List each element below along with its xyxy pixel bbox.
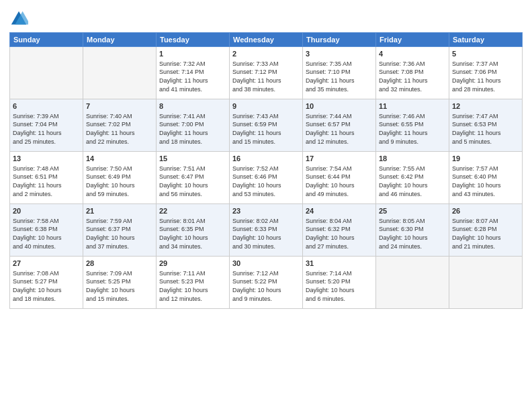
day-info: Sunrise: 7:41 AM Sunset: 7:00 PM Dayligh… <box>159 112 226 146</box>
day-number: 26 <box>452 206 519 216</box>
day-info: Sunrise: 7:48 AM Sunset: 6:51 PM Dayligh… <box>13 165 80 198</box>
day-number: 11 <box>379 101 446 111</box>
day-number: 28 <box>86 259 153 269</box>
day-cell: 26Sunrise: 8:07 AM Sunset: 6:28 PM Dayli… <box>449 204 523 257</box>
day-info: Sunrise: 7:55 AM Sunset: 6:42 PM Dayligh… <box>379 165 446 198</box>
day-number: 16 <box>232 154 300 164</box>
day-cell: 11Sunrise: 7:46 AM Sunset: 6:55 PM Dayli… <box>376 99 449 152</box>
day-info: Sunrise: 7:08 AM Sunset: 5:27 PM Dayligh… <box>13 269 80 303</box>
header <box>9 7 523 28</box>
day-number: 2 <box>232 49 300 59</box>
weekday-header-friday: Friday <box>376 33 449 47</box>
day-cell: 27Sunrise: 7:08 AM Sunset: 5:27 PM Dayli… <box>10 257 83 309</box>
day-cell: 28Sunrise: 7:09 AM Sunset: 5:25 PM Dayli… <box>83 257 157 309</box>
page: SundayMondayTuesdayWednesdayThursdayFrid… <box>0 0 532 411</box>
day-info: Sunrise: 7:58 AM Sunset: 6:38 PM Dayligh… <box>13 217 80 250</box>
day-cell: 12Sunrise: 7:47 AM Sunset: 6:53 PM Dayli… <box>449 99 523 152</box>
weekday-header-saturday: Saturday <box>449 33 523 47</box>
day-number: 25 <box>379 206 446 216</box>
day-cell: 17Sunrise: 7:54 AM Sunset: 6:44 PM Dayli… <box>303 152 376 204</box>
day-info: Sunrise: 8:01 AM Sunset: 6:35 PM Dayligh… <box>159 217 226 250</box>
day-info: Sunrise: 7:57 AM Sunset: 6:40 PM Dayligh… <box>452 165 519 198</box>
day-number: 7 <box>86 101 153 111</box>
week-row-4: 20Sunrise: 7:58 AM Sunset: 6:38 PM Dayli… <box>10 204 523 257</box>
day-info: Sunrise: 7:51 AM Sunset: 6:47 PM Dayligh… <box>159 165 226 198</box>
day-cell: 30Sunrise: 7:12 AM Sunset: 5:22 PM Dayli… <box>230 257 303 309</box>
day-cell: 15Sunrise: 7:51 AM Sunset: 6:47 PM Dayli… <box>157 152 230 204</box>
weekday-header-wednesday: Wednesday <box>230 33 303 47</box>
day-info: Sunrise: 7:44 AM Sunset: 6:57 PM Dayligh… <box>306 112 373 146</box>
day-number: 14 <box>86 154 153 164</box>
week-row-5: 27Sunrise: 7:08 AM Sunset: 5:27 PM Dayli… <box>10 257 523 309</box>
logo-icon <box>9 9 28 28</box>
day-number: 18 <box>379 154 446 164</box>
day-number: 8 <box>159 101 226 111</box>
day-cell: 1Sunrise: 7:32 AM Sunset: 7:14 PM Daylig… <box>157 47 230 99</box>
day-cell: 7Sunrise: 7:40 AM Sunset: 7:02 PM Daylig… <box>83 99 157 152</box>
day-info: Sunrise: 7:40 AM Sunset: 7:02 PM Dayligh… <box>86 112 153 146</box>
weekday-header-tuesday: Tuesday <box>157 33 230 47</box>
day-cell: 3Sunrise: 7:35 AM Sunset: 7:10 PM Daylig… <box>303 47 376 99</box>
day-info: Sunrise: 7:54 AM Sunset: 6:44 PM Dayligh… <box>306 165 373 198</box>
day-info: Sunrise: 7:11 AM Sunset: 5:23 PM Dayligh… <box>159 269 226 303</box>
day-info: Sunrise: 8:04 AM Sunset: 6:32 PM Dayligh… <box>306 217 373 250</box>
day-number: 29 <box>159 259 226 269</box>
day-info: Sunrise: 7:43 AM Sunset: 6:59 PM Dayligh… <box>232 112 300 146</box>
day-cell: 14Sunrise: 7:50 AM Sunset: 6:49 PM Dayli… <box>83 152 157 204</box>
weekday-row: SundayMondayTuesdayWednesdayThursdayFrid… <box>10 33 523 47</box>
day-cell: 29Sunrise: 7:11 AM Sunset: 5:23 PM Dayli… <box>157 257 230 309</box>
calendar: SundayMondayTuesdayWednesdayThursdayFrid… <box>9 32 523 309</box>
day-info: Sunrise: 7:09 AM Sunset: 5:25 PM Dayligh… <box>86 269 153 303</box>
day-cell: 25Sunrise: 8:05 AM Sunset: 6:30 PM Dayli… <box>376 204 449 257</box>
week-row-2: 6Sunrise: 7:39 AM Sunset: 7:04 PM Daylig… <box>10 99 523 152</box>
day-info: Sunrise: 7:14 AM Sunset: 5:20 PM Dayligh… <box>306 269 373 303</box>
day-number: 4 <box>379 49 446 59</box>
day-info: Sunrise: 7:12 AM Sunset: 5:22 PM Dayligh… <box>232 269 300 303</box>
day-info: Sunrise: 7:33 AM Sunset: 7:12 PM Dayligh… <box>232 60 300 93</box>
day-number: 15 <box>159 154 226 164</box>
weekday-header-monday: Monday <box>83 33 157 47</box>
day-info: Sunrise: 7:35 AM Sunset: 7:10 PM Dayligh… <box>306 60 373 93</box>
day-cell <box>83 47 157 99</box>
day-number: 5 <box>452 49 519 59</box>
week-row-3: 13Sunrise: 7:48 AM Sunset: 6:51 PM Dayli… <box>10 152 523 204</box>
day-info: Sunrise: 7:52 AM Sunset: 6:46 PM Dayligh… <box>232 165 300 198</box>
day-cell: 19Sunrise: 7:57 AM Sunset: 6:40 PM Dayli… <box>449 152 523 204</box>
day-info: Sunrise: 7:37 AM Sunset: 7:06 PM Dayligh… <box>452 60 519 93</box>
day-cell: 2Sunrise: 7:33 AM Sunset: 7:12 PM Daylig… <box>230 47 303 99</box>
day-cell: 9Sunrise: 7:43 AM Sunset: 6:59 PM Daylig… <box>230 99 303 152</box>
day-info: Sunrise: 7:46 AM Sunset: 6:55 PM Dayligh… <box>379 112 446 146</box>
day-number: 23 <box>232 206 300 216</box>
day-cell: 18Sunrise: 7:55 AM Sunset: 6:42 PM Dayli… <box>376 152 449 204</box>
day-number: 21 <box>86 206 153 216</box>
day-cell: 31Sunrise: 7:14 AM Sunset: 5:20 PM Dayli… <box>303 257 376 309</box>
calendar-header: SundayMondayTuesdayWednesdayThursdayFrid… <box>10 33 523 47</box>
day-info: Sunrise: 7:32 AM Sunset: 7:14 PM Dayligh… <box>159 60 226 93</box>
day-number: 22 <box>159 206 226 216</box>
day-number: 24 <box>306 206 373 216</box>
day-cell: 20Sunrise: 7:58 AM Sunset: 6:38 PM Dayli… <box>10 204 83 257</box>
day-info: Sunrise: 8:05 AM Sunset: 6:30 PM Dayligh… <box>379 217 446 250</box>
day-info: Sunrise: 7:59 AM Sunset: 6:37 PM Dayligh… <box>86 217 153 250</box>
day-info: Sunrise: 8:07 AM Sunset: 6:28 PM Dayligh… <box>452 217 519 250</box>
day-cell: 5Sunrise: 7:37 AM Sunset: 7:06 PM Daylig… <box>449 47 523 99</box>
day-number: 10 <box>306 101 373 111</box>
day-number: 17 <box>306 154 373 164</box>
day-cell <box>10 47 83 99</box>
day-number: 30 <box>232 259 300 269</box>
day-cell: 8Sunrise: 7:41 AM Sunset: 7:00 PM Daylig… <box>157 99 230 152</box>
day-number: 31 <box>306 259 373 269</box>
day-number: 20 <box>13 206 80 216</box>
day-info: Sunrise: 7:50 AM Sunset: 6:49 PM Dayligh… <box>86 165 153 198</box>
day-info: Sunrise: 7:36 AM Sunset: 7:08 PM Dayligh… <box>379 60 446 93</box>
day-number: 9 <box>232 101 300 111</box>
day-cell: 22Sunrise: 8:01 AM Sunset: 6:35 PM Dayli… <box>157 204 230 257</box>
day-cell: 13Sunrise: 7:48 AM Sunset: 6:51 PM Dayli… <box>10 152 83 204</box>
day-number: 6 <box>13 101 80 111</box>
day-number: 1 <box>159 49 226 59</box>
day-cell: 16Sunrise: 7:52 AM Sunset: 6:46 PM Dayli… <box>230 152 303 204</box>
day-cell: 6Sunrise: 7:39 AM Sunset: 7:04 PM Daylig… <box>10 99 83 152</box>
day-number: 19 <box>452 154 519 164</box>
day-cell: 4Sunrise: 7:36 AM Sunset: 7:08 PM Daylig… <box>376 47 449 99</box>
day-info: Sunrise: 7:47 AM Sunset: 6:53 PM Dayligh… <box>452 112 519 146</box>
